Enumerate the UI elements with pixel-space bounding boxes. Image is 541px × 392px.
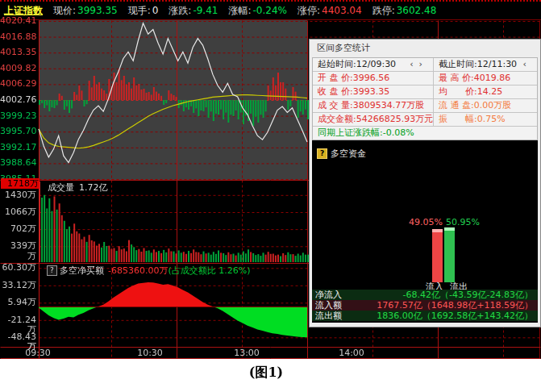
volume-pane-title: 成交量 1.72亿 [48, 182, 108, 193]
volume-axis-label: 1066万 [0, 207, 36, 217]
volume-cell: 成 交 量:3809534.77万股 [313, 99, 434, 112]
outflow-amount-label: 流出额 [312, 311, 342, 321]
avg-price-cell: 均 价:14.25 [434, 85, 537, 98]
float-shares-label: 流 通 盘: [439, 99, 474, 112]
price-axis-label: 4006.29 [0, 79, 36, 89]
volume-axis-max-label: 1718万 [1, 178, 40, 189]
current-lots-value: 0 [152, 5, 159, 16]
limit-down-label: 跌停: [372, 4, 395, 18]
volume-axis-label: 1430万 [0, 190, 36, 200]
stats-row-time: 起始时间:12/09:30 ‹› 截止时间:12/11:30 ‹ [313, 58, 537, 72]
interval-stats-panel: 区间多空统计 起始时间:12/09:30 ‹› 截止时间:12/11:30 ‹ … [309, 39, 541, 327]
inflow-bar [432, 229, 443, 282]
time-axis-label: 10:30 [137, 348, 163, 358]
limit-down-value: 3602.48 [397, 5, 437, 16]
price-axis-label-prev-close: 4002.76 [0, 95, 36, 105]
inflow-percent-label: 49.05% [399, 217, 443, 227]
volume-axis-unit-label: 万 [0, 252, 36, 261]
fund-flow-section: ? 多空资金 49.05% 50.95% 流入 流出 净流入 -68.42亿（-… [312, 140, 538, 323]
price-axis-label: 3992.17 [0, 143, 36, 152]
figure-caption: (图1) [0, 365, 532, 382]
net-inflow-label: 净流入 [312, 290, 342, 300]
float-shares-value: 0.00万股 [474, 99, 512, 112]
close-price-cell: 收 盘 价:3993.35 [313, 85, 434, 98]
panel-title-bar[interactable]: 区间多空统计 [310, 40, 540, 57]
netbuy-axis-label: 5.94万 [0, 298, 36, 307]
sh-change-label: 同期上证涨跌幅: [318, 127, 383, 140]
inflow-amount-row: 流入额 1767.57亿（1648.98亿+118.59亿） [312, 300, 538, 311]
open-price-cell: 开 盘 价:3996.56 [313, 72, 434, 85]
last-price-label: 现价: [53, 4, 76, 18]
start-time-next-button[interactable]: › [419, 59, 428, 69]
start-time-cell: 起始时间:12/09:30 ‹› [313, 58, 434, 71]
end-time-value: 12/11:30 [477, 58, 517, 71]
help-icon[interactable]: ? [47, 265, 57, 276]
netbuy-title-label: 多空净买额 [60, 265, 104, 276]
netbuy-axis-label: 33.12万 [0, 281, 36, 290]
sh-change-cell: 同期上证涨跌幅:-0.08% [313, 127, 537, 140]
price-axis-label: 4013.35 [0, 48, 36, 57]
current-lots-label: 现手: [128, 4, 151, 18]
netbuy-ratio: (占成交额比 1.26%) [168, 265, 250, 276]
volume-label: 成 交 量: [318, 99, 353, 112]
trading-app-window: 上证指数 现价: 3993.35 现手: 0 涨跌: -9.41 涨幅: -0.… [0, 0, 541, 392]
amount-value: 54266825.93万元 [356, 113, 433, 126]
start-time-label: 起始时间: [318, 58, 356, 71]
help-icon[interactable]: ? [317, 148, 327, 159]
end-time-cell: 截止时间:12/11:30 ‹ [434, 58, 537, 71]
amplitude-cell: 振 幅:0.75% [434, 113, 537, 126]
price-axis-label: 4009.82 [0, 64, 36, 73]
start-time-prev-button[interactable]: ‹ [410, 59, 418, 69]
float-shares-cell: 流 通 盘:0.00万股 [434, 99, 537, 112]
limit-up-label: 涨停: [298, 4, 320, 18]
stats-row-volume-float: 成 交 量:3809534.77万股 流 通 盘:0.00万股 [313, 99, 537, 113]
open-price-label: 开 盘 价: [318, 72, 353, 85]
change-pct-label: 涨幅: [228, 4, 251, 18]
stats-row-sh-change: 同期上证涨跌幅:-0.08% [313, 127, 537, 140]
avg-price-label: 均 价: [439, 85, 477, 98]
time-axis-label: 09:30 [25, 348, 51, 358]
end-time-prev-button[interactable]: ‹ [523, 59, 532, 69]
volume-total-value: 1.72亿 [79, 182, 108, 193]
high-price-label: 最 高 价: [439, 72, 474, 85]
netbuy-value: -685360.00万 [108, 265, 168, 276]
price-axis-label: 3999.23 [0, 111, 36, 121]
amplitude-value: 0.75% [477, 113, 506, 126]
stats-row-amount-amplitude: 成交金额:54266825.93万元 振 幅:0.75% [313, 113, 537, 127]
end-time-label: 截止时间: [439, 58, 477, 71]
inflow-amount-value: 1767.57亿（1648.98亿+118.59亿） [377, 300, 538, 311]
price-axis-label: 4020.41 [0, 16, 36, 26]
start-time-value: 12/09:30 [356, 58, 396, 71]
open-price-value: 3996.56 [353, 72, 390, 85]
stats-row-close-avg: 收 盘 价:3993.35 均 价:14.25 [313, 85, 537, 99]
volume-title-label: 成交量 [48, 182, 74, 193]
last-price-value: 3993.35 [77, 5, 118, 16]
volume-axis-label: 339万 [0, 241, 36, 251]
change-label: 涨跌: [169, 4, 191, 18]
fund-flow-title: 多空资金 [331, 148, 366, 160]
quote-header-bar: 上证指数 现价: 3993.35 现手: 0 涨跌: -9.41 涨幅: -0.… [0, 0, 541, 20]
net-inflow-value: -68.42亿（-43.59亿-24.83亿） [403, 290, 538, 300]
close-price-label: 收 盘 价: [318, 85, 353, 98]
fund-flow-header: ? 多空资金 [317, 148, 366, 160]
high-price-cell: 最 高 价:4019.86 [434, 72, 537, 85]
sh-change-value: -0.08% [383, 127, 414, 140]
volume-axis-label: 702万 [0, 224, 36, 234]
volume-value: 3809534.77万股 [353, 99, 424, 112]
avg-price-value: 14.25 [477, 85, 503, 98]
change-pct-value: -0.24% [253, 5, 287, 16]
outflow-amount-row: 流出额 1836.00亿（1692.58亿+143.42亿） [312, 311, 538, 321]
time-axis-label: 13:00 [234, 348, 260, 358]
outflow-bar [444, 227, 455, 282]
stats-row-open-high: 开 盘 价:3996.56 最 高 价:4019.86 [313, 72, 537, 85]
netbuy-axis-label: 60.30万 [0, 263, 36, 273]
net-inflow-row: 净流入 -68.42亿（-43.59亿-24.83亿） [312, 290, 538, 300]
high-price-value: 4019.86 [474, 72, 511, 85]
stats-grid: 起始时间:12/09:30 ‹› 截止时间:12/11:30 ‹ 开 盘 价:3… [312, 57, 538, 140]
amplitude-label: 振 幅: [439, 113, 477, 126]
close-price-value: 3993.35 [353, 85, 390, 98]
amount-cell: 成交金额:54266825.93万元 [313, 113, 434, 126]
price-axis-label: 3995.70 [0, 127, 36, 136]
outflow-amount-value: 1836.00亿（1692.58亿+143.42亿） [377, 311, 538, 321]
change-value: -9.41 [193, 5, 218, 16]
